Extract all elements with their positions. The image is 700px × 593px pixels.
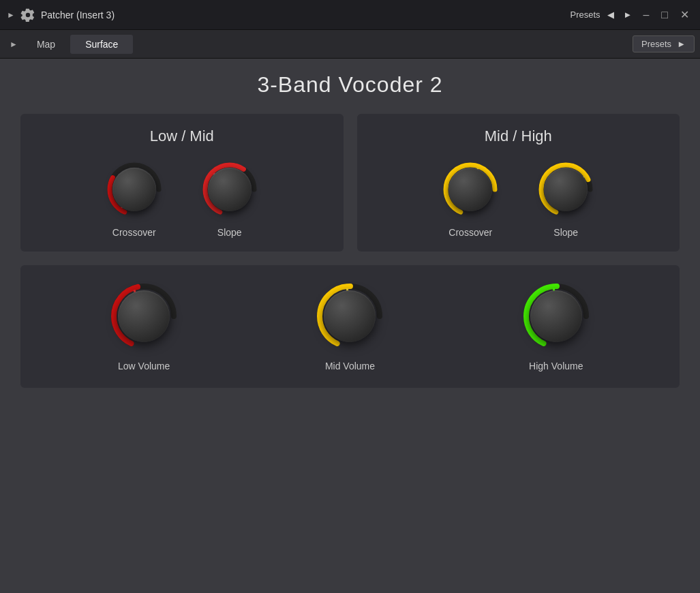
knob-low-vol-body: [118, 290, 170, 342]
knob-mid-vol-body: [324, 290, 376, 342]
minimize-button[interactable]: –: [639, 9, 653, 21]
knob-lm-slope[interactable]: [199, 159, 260, 220]
title-bar-right: Presets ◀ ► – □ ✕: [570, 8, 693, 21]
knob-high-vol-body: [530, 290, 582, 342]
knob-container-lm-slope: Slope: [199, 159, 260, 238]
tab-map[interactable]: Map: [22, 35, 70, 54]
knob-lm-crossover[interactable]: [104, 159, 165, 220]
tab-left-arrow[interactable]: ►: [5, 40, 22, 49]
collapse-arrow[interactable]: ►: [7, 10, 15, 20]
knobs-row-low-mid: Crossover Slope: [34, 159, 330, 238]
volume-panel: Low Volume Mid Volume: [20, 265, 680, 388]
panels-row-top: Low / Mid Cro: [20, 114, 680, 252]
knob-container-mh-slope: Slope: [535, 159, 596, 238]
knob-lm-slope-body: [208, 168, 252, 211]
knob-high-vol[interactable]: [519, 279, 594, 354]
knob-lm-crossover-body: [112, 168, 156, 211]
knob-mid-vol-label: Mid Volume: [325, 361, 375, 371]
knob-mh-slope-label: Slope: [553, 227, 578, 238]
knob-low-vol[interactable]: [106, 279, 181, 354]
panel-mid-high: Mid / High Crossover: [357, 114, 680, 252]
title-bar-left: ► Patcher (Insert 3): [7, 7, 570, 22]
presets-button[interactable]: Presets ►: [633, 35, 695, 52]
main-content: 3-Band Vocoder 2 Low / Mid: [0, 59, 700, 593]
gear-icon: [20, 7, 35, 22]
presets-btn-arrow: ►: [677, 39, 686, 49]
knob-mh-crossover-body: [448, 168, 492, 211]
knob-mh-slope[interactable]: [535, 159, 596, 220]
knob-mh-slope-body: [544, 168, 588, 211]
plugin-title: 3-Band Vocoder 2: [20, 72, 680, 97]
knob-lm-crossover-label: Crossover: [112, 227, 156, 238]
tab-bar-right: Presets ►: [633, 35, 695, 52]
panel-low-mid: Low / Mid Cro: [20, 114, 344, 252]
knob-lm-slope-label: Slope: [217, 227, 242, 238]
knob-container-lm-crossover: Crossover: [104, 159, 165, 238]
knob-mh-crossover-label: Crossover: [448, 227, 492, 238]
panel-mid-high-title: Mid / High: [371, 127, 667, 145]
close-button[interactable]: ✕: [676, 8, 693, 21]
presets-btn-label: Presets: [641, 39, 671, 49]
window-title: Patcher (Insert 3): [41, 10, 115, 20]
knobs-row-mid-high: Crossover Slope: [371, 159, 667, 238]
next-preset-arrow[interactable]: ►: [621, 8, 635, 21]
presets-label: Presets: [570, 10, 600, 20]
panel-low-mid-title: Low / Mid: [34, 127, 330, 145]
knob-container-mid-vol: Mid Volume: [312, 279, 387, 371]
knob-container-low-vol: Low Volume: [106, 279, 181, 371]
knob-low-vol-label: Low Volume: [118, 361, 170, 371]
tab-bar: ► Map Surface Presets ►: [0, 30, 700, 59]
knob-high-vol-label: High Volume: [529, 361, 583, 371]
volume-knobs-row: Low Volume Mid Volume: [41, 279, 659, 371]
knob-mid-vol[interactable]: [312, 279, 387, 354]
title-bar: ► Patcher (Insert 3) Presets ◀ ► – □ ✕: [0, 0, 700, 30]
restore-button[interactable]: □: [657, 9, 672, 21]
prev-preset-arrow[interactable]: ◀: [605, 8, 617, 21]
tab-surface[interactable]: Surface: [70, 35, 133, 54]
knob-mh-crossover[interactable]: [440, 159, 501, 220]
knob-container-mh-crossover: Crossover: [440, 159, 501, 238]
knob-container-high-vol: High Volume: [519, 279, 594, 371]
